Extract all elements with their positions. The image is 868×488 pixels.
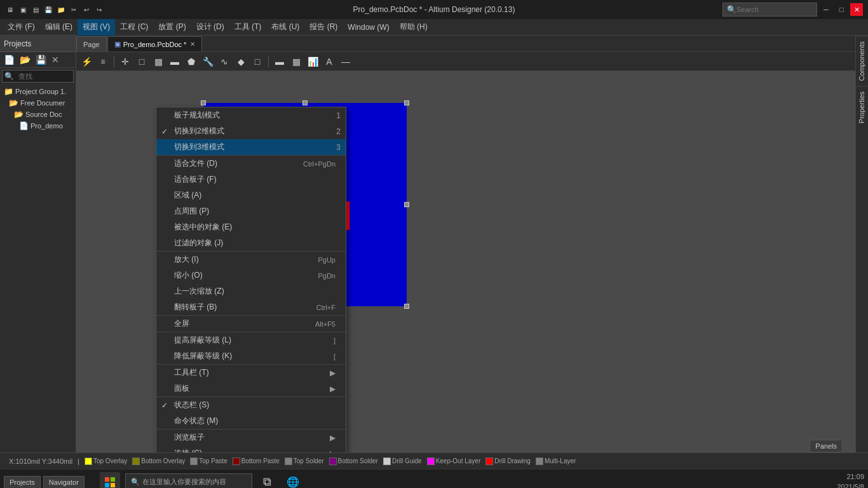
menu-project[interactable]: 工程 (C) [115, 19, 153, 36]
menu-item-fit-board[interactable]: 适合板子 (F) [156, 172, 346, 187]
rect2-btn[interactable]: ▬ [272, 54, 287, 69]
handle-br [404, 304, 409, 309]
menu-item-area[interactable]: 区域 (A) [156, 187, 346, 203]
tab-pcbdoc[interactable]: ▣ Pro_demo.PcbDoc * ✕ [107, 36, 203, 51]
layer-bottom-paste[interactable]: Bottom Paste [233, 458, 280, 465]
bottom-tab-navigator[interactable]: Navigator [43, 476, 85, 489]
menu-item-status-bar[interactable]: ✓ 状态栏 (S) [156, 397, 346, 413]
panels-button[interactable]: Panels [810, 440, 843, 452]
menu-item-raise-mask[interactable]: 提高屏蔽等级 (L) ] [156, 332, 346, 348]
menu-tools[interactable]: 工具 (T) [229, 19, 267, 36]
layer-color-keepout [427, 458, 435, 465]
submenu-arrow: ▶ [330, 369, 336, 377]
minimize-button[interactable]: ─ [820, 3, 832, 16]
redo-icon[interactable]: ↪ [94, 4, 104, 15]
layer-drill-guide[interactable]: Drill Guide [383, 458, 422, 465]
menu-item-filtered-objects[interactable]: 过滤的对象 (J) [156, 235, 346, 251]
filter-btn[interactable]: ⚡ [79, 54, 94, 69]
menu-item-panels[interactable]: 面板 ▶ [156, 381, 346, 396]
grid-btn[interactable]: ▦ [288, 54, 304, 69]
layer-keepout[interactable]: Keep-Out Layer [427, 458, 481, 465]
search-input[interactable] [736, 6, 813, 13]
right-panel-tab-properties[interactable]: Properties [856, 86, 868, 128]
search-box[interactable]: 🔍 [722, 3, 817, 17]
menu-item-around-point[interactable]: 点周围 (P) [156, 203, 346, 219]
menu-item-connect[interactable]: 连接 (C) ▶ [156, 445, 346, 452]
layer-color-bottom-paste [233, 458, 240, 465]
windows-icon [105, 477, 115, 487]
menu-item-switch-2d[interactable]: ✓ 切换到2维模式 2 [156, 123, 346, 139]
tree-item-pro-demo[interactable]: 📄 Pro_demo [1, 120, 74, 132]
chart-btn[interactable]: ▦ [151, 54, 166, 69]
rect-btn[interactable]: □ [134, 54, 149, 69]
layer-top-paste[interactable]: Top Paste [190, 458, 227, 465]
windows-search-bar[interactable]: 🔍 在这里输入你要搜索的内容 [125, 473, 252, 489]
project-search-box: 🔍 [2, 70, 74, 83]
svg-rect-0 [105, 477, 109, 482]
check-icon: ✓ [161, 127, 168, 136]
line-btn[interactable]: ▬ [167, 54, 182, 69]
toolbar: ⚡ ≡ ✛ □ ▦ ▬ ⬟ 🔧 ∿ ◆ □ ▬ ▦ 📊 A — [76, 52, 855, 71]
tree-item-project-group[interactable]: 📁 Project Group 1. [1, 86, 74, 97]
menu-item-last-zoom[interactable]: 上一次缩放 (Z) [156, 283, 346, 299]
menu-help[interactable]: 帮助 (H) [395, 19, 433, 36]
tab-page[interactable]: Page [76, 36, 107, 51]
layer-multi[interactable]: Multi-Layer [536, 458, 576, 465]
save-project-icon[interactable]: 💾 [34, 54, 48, 65]
new-project-icon[interactable]: 📄 [2, 54, 17, 65]
menu-edit[interactable]: 编辑 (E) [40, 19, 78, 36]
text-btn[interactable]: A [322, 54, 337, 69]
menu-item-board-planning[interactable]: 板子规划模式 1 [156, 107, 346, 123]
layer-top-solder[interactable]: Top Solder [285, 458, 324, 465]
menu-report[interactable]: 报告 (R) [304, 19, 342, 36]
layer-name-drill-guide: Drill Guide [392, 458, 422, 464]
layer-bottom-overlay[interactable]: Bottom Overlay [132, 458, 185, 465]
diamond-btn[interactable]: ◆ [233, 54, 248, 69]
bottom-tab-projects[interactable]: Projects [4, 476, 41, 489]
menu-item-zoom-in[interactable]: 放大 (I) PgUp [156, 252, 346, 268]
menu-item-fit-doc[interactable]: 适合文件 (D) Ctrl+PgDn [156, 156, 346, 172]
close-project-icon[interactable]: ✕ [50, 54, 61, 65]
wave-btn[interactable]: ∿ [217, 54, 232, 69]
tool-btn[interactable]: 🔧 [200, 54, 215, 69]
menu-window[interactable]: Window (W) [342, 19, 394, 36]
menu-item-lower-mask[interactable]: 降低屏蔽等级 (K) [ [156, 348, 346, 364]
menu-item-fullscreen[interactable]: 全屏 Alt+F5 [156, 316, 346, 332]
cross-btn[interactable]: ✛ [118, 54, 133, 69]
menu-item-flip-board[interactable]: 翻转板子 (B) Ctrl+F [156, 299, 346, 315]
menu-item-toolbars[interactable]: 工具栏 (T) ▶ [156, 365, 346, 381]
menu-item-command-status[interactable]: 命令状态 (M) [156, 413, 346, 429]
select-btn[interactable]: ≡ [95, 54, 111, 69]
open-project-icon[interactable]: 📂 [18, 54, 32, 65]
task-view-btn[interactable]: ⧉ [257, 472, 278, 489]
menu-item-switch-3d[interactable]: 切换到3维模式 3 [156, 139, 346, 155]
tree-item-source-doc[interactable]: 📂 Source Doc [1, 109, 74, 120]
menu-item-label: 命令状态 (M) [174, 416, 218, 426]
windows-start-btn[interactable] [100, 472, 120, 489]
menu-item-zoom-out[interactable]: 缩小 (O) PgDn [156, 268, 346, 283]
layer-drill-drawing[interactable]: Drill Drawing [485, 458, 531, 465]
menu-item-label: 适合文件 (D) [174, 158, 217, 169]
menu-place[interactable]: 放置 (P) [153, 19, 191, 36]
maximize-button[interactable]: □ [835, 3, 848, 16]
layer-bottom-solder[interactable]: Bottom Solder [329, 458, 378, 465]
menu-item-label: 切换到3维模式 [174, 142, 224, 152]
close-tab-icon[interactable]: ✕ [190, 41, 195, 48]
dash-btn[interactable]: — [338, 54, 353, 69]
edge-browser-icon[interactable]: 🌐 [283, 472, 303, 489]
menu-view[interactable]: 视图 (V) [78, 19, 115, 36]
menu-design[interactable]: 设计 (D) [191, 19, 229, 36]
chart2-btn[interactable]: 📊 [305, 54, 320, 69]
project-search-input[interactable] [16, 72, 60, 80]
square-btn[interactable]: □ [250, 54, 265, 69]
poly-btn[interactable]: ⬟ [184, 54, 199, 69]
undo-icon[interactable]: ↩ [81, 4, 92, 15]
menu-route[interactable]: 布线 (U) [266, 19, 304, 36]
menu-file[interactable]: 文件 (F) [3, 19, 40, 36]
layer-top-overlay[interactable]: Top Overlay [85, 458, 127, 465]
close-button[interactable]: ✕ [850, 3, 863, 16]
right-panel-tab-components[interactable]: Components [856, 36, 868, 86]
menu-item-selected-objects[interactable]: 被选中的对象 (E) [156, 219, 346, 235]
menu-item-browse-board[interactable]: 浏览板子 ▶ [156, 430, 346, 445]
tree-item-free-doc[interactable]: 📂 Free Documer [1, 97, 74, 109]
